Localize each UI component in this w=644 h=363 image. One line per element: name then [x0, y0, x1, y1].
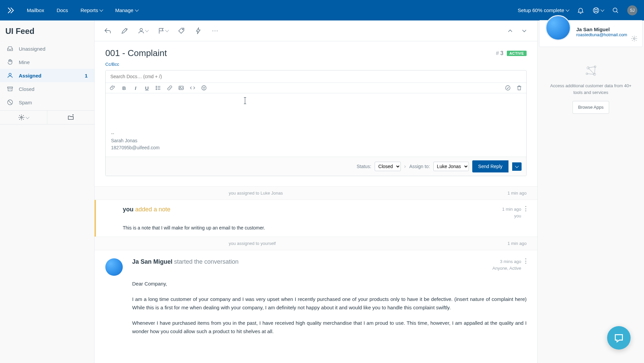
note-icon[interactable] — [121, 27, 128, 35]
link-icon[interactable] — [167, 85, 173, 91]
svg-point-12 — [217, 30, 218, 31]
msg-action: started the conversation — [172, 258, 238, 265]
promo-text: Access additional customer data from 40+… — [546, 83, 636, 96]
underline-icon[interactable]: U — [144, 85, 150, 91]
status-label: Status: — [357, 164, 371, 169]
event-assigned-self: you assigned to yourself 1 min ago — [95, 237, 537, 250]
folder-label: Mine — [19, 59, 30, 65]
svg-point-11 — [215, 30, 216, 31]
browse-apps-button[interactable]: Browse Apps — [573, 101, 609, 114]
nav-reports-label: Reports — [80, 7, 98, 13]
prev-conversation-icon[interactable] — [506, 27, 514, 35]
lifebuoy-icon — [592, 7, 600, 14]
folder-spam[interactable]: Spam — [0, 96, 94, 109]
customer-settings-icon[interactable] — [631, 35, 638, 42]
app-logo-icon — [7, 6, 15, 14]
folder-closed[interactable]: Closed — [0, 82, 94, 96]
bell-icon[interactable] — [577, 7, 584, 14]
reply-icon[interactable] — [104, 27, 111, 35]
setup-progress[interactable]: Setup 60% complete — [518, 7, 569, 13]
nav-docs[interactable]: Docs — [51, 5, 73, 16]
nav-manage[interactable]: Manage — [110, 5, 143, 16]
ccbcc-toggle[interactable]: Cc/Bcc — [95, 62, 537, 70]
preview-icon[interactable] — [505, 85, 511, 91]
new-folder-button[interactable] — [47, 111, 94, 124]
assign-select[interactable]: Luke Jonas — [433, 162, 469, 171]
folder-label: Assigned — [19, 73, 42, 79]
msg-meta: Anyone, Active — [492, 265, 521, 272]
flag-icon — [158, 27, 165, 35]
mailbox-title: UI Feed — [0, 20, 94, 42]
search-docs-input[interactable] — [106, 70, 526, 83]
send-options-button[interactable] — [512, 162, 522, 171]
image-icon[interactable] — [178, 85, 184, 91]
svg-point-19 — [203, 87, 204, 88]
note-action: added a note — [133, 206, 170, 213]
folder-settings-button[interactable] — [0, 111, 47, 124]
send-reply-button[interactable]: Send Reply — [472, 160, 508, 172]
svg-point-13 — [156, 86, 157, 87]
customer-email[interactable]: roastedtuna@hotmail.com — [576, 32, 627, 37]
help-menu[interactable] — [592, 7, 604, 14]
folder-assigned[interactable]: Assigned 1 — [0, 69, 94, 82]
status-button[interactable] — [158, 27, 168, 35]
assign-button[interactable] — [138, 27, 148, 35]
note-who: you — [502, 213, 521, 219]
delete-icon[interactable] — [516, 85, 522, 91]
msg-time: 3 mins ago — [492, 258, 521, 265]
search-icon[interactable] — [612, 7, 619, 14]
nav-reports[interactable]: Reports — [75, 5, 108, 16]
workflow-icon[interactable] — [195, 27, 202, 35]
tag-icon[interactable] — [178, 27, 185, 35]
code-icon[interactable] — [190, 85, 196, 91]
emoji-icon[interactable] — [201, 85, 207, 91]
message-body: Dear Company, I am a long time customer … — [132, 279, 527, 336]
folder-count: 1 — [85, 73, 88, 79]
event-text: you assigned to Luke Jonas — [229, 191, 283, 196]
folder-label: Spam — [19, 100, 32, 105]
conversation-id: # 3 — [496, 50, 503, 56]
hand-icon — [7, 59, 13, 65]
note-meta: 1 min ago you — [502, 206, 521, 219]
integrations-icon — [584, 64, 598, 78]
svg-point-22 — [634, 38, 635, 40]
sidebar-actions — [0, 110, 94, 124]
folder-unassigned[interactable]: Unassigned — [0, 42, 94, 55]
status-badge: ACTIVE — [507, 51, 527, 56]
chevron-down-icon — [25, 115, 29, 119]
note-body: This is a note that I will make for writ… — [123, 225, 527, 230]
customer-name: Ja San Miguel — [576, 27, 627, 32]
nav-manage-label: Manage — [115, 7, 133, 13]
help-fab[interactable] — [607, 326, 631, 350]
more-icon[interactable] — [211, 27, 219, 35]
list-icon[interactable] — [155, 85, 161, 91]
editor-body[interactable] — [106, 93, 526, 130]
conversation-column: 001 - Complaint # 3 ACTIVE Cc/Bcc B I U — [95, 20, 537, 363]
event-assigned-luke: you assigned to Luke Jonas 1 min ago — [95, 186, 537, 200]
svg-point-1 — [595, 9, 597, 11]
nav-mailbox[interactable]: Mailbox — [21, 5, 50, 16]
bold-icon[interactable]: B — [121, 85, 127, 91]
msg-greeting: Dear Company, — [132, 279, 527, 288]
nav-right: Setup 60% complete SJ — [518, 5, 637, 15]
chevron-down-icon — [515, 164, 519, 168]
svg-point-14 — [156, 88, 157, 88]
svg-point-15 — [156, 89, 157, 90]
attachment-icon[interactable] — [110, 85, 116, 91]
folder-label: Unassigned — [19, 46, 45, 52]
folder-mine[interactable]: Mine — [0, 55, 94, 69]
note-menu-icon[interactable] — [525, 206, 527, 211]
conversation-toolbar — [95, 20, 537, 41]
customer-avatar — [105, 258, 123, 276]
inbox-icon — [7, 45, 13, 52]
message-menu-icon[interactable] — [525, 258, 527, 264]
chevron-down-icon — [165, 28, 169, 32]
chevron-down-icon — [100, 8, 103, 11]
status-select[interactable]: Closed — [375, 162, 401, 171]
integrations-promo: Access additional customer data from 40+… — [538, 47, 644, 131]
current-user-avatar[interactable]: SJ — [627, 5, 637, 15]
setup-label: Setup 60% complete — [518, 7, 564, 13]
italic-icon[interactable]: I — [132, 85, 139, 91]
user-icon — [7, 72, 13, 79]
next-conversation-icon[interactable] — [521, 27, 528, 35]
